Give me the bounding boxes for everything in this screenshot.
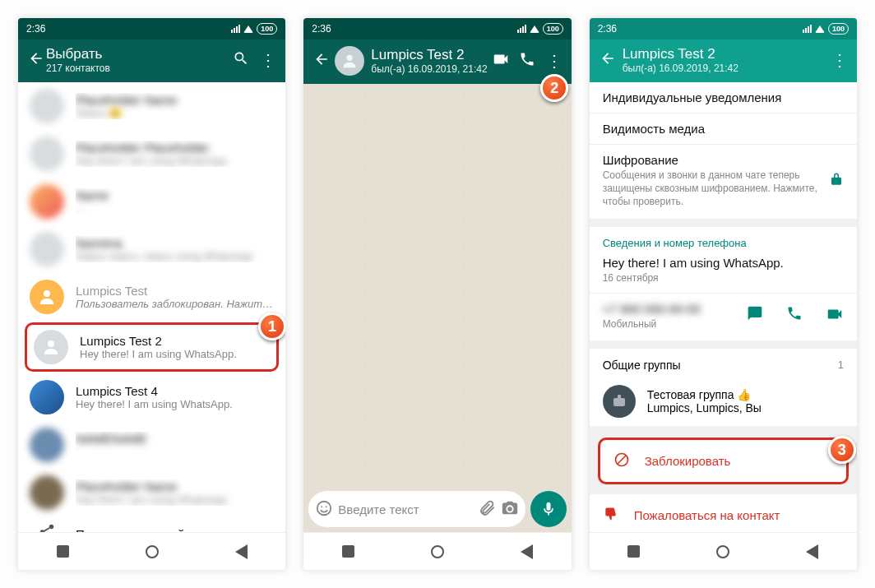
home-button[interactable]	[716, 545, 729, 558]
info-last-seen: был(-а) 16.09.2019, 21:42	[623, 63, 826, 74]
custom-notifications[interactable]: Индивидуальные уведомления	[603, 90, 844, 104]
chat-header[interactable]: Lumpics Test 2 был(-а) 16.09.2019, 21:42…	[303, 39, 571, 84]
svg-point-1	[48, 340, 54, 347]
group-row[interactable]: Тестовая группа 👍 Lumpics, Lumpics, Вы	[590, 377, 857, 426]
svg-point-8	[317, 501, 331, 515]
contact-status: Hey there! I am using WhatsApp.	[80, 348, 270, 360]
group-avatar	[603, 385, 636, 418]
home-button[interactable]	[146, 545, 159, 558]
attach-icon[interactable]	[478, 499, 496, 520]
contact-lumpics-test-2[interactable]: Lumpics Test 2 Hey there! I am using Wha…	[25, 322, 279, 372]
search-button[interactable]	[228, 50, 254, 71]
block-label: Заблокировать	[645, 454, 731, 468]
battery-icon: 100	[828, 23, 849, 35]
input-bar: Введите текст	[303, 486, 571, 532]
chat-last-seen: был(-а) 16.09.2019, 21:42	[371, 63, 487, 75]
info-title: Lumpics Test 2	[623, 46, 826, 63]
groups-count: 1	[838, 359, 844, 371]
back-nav-button[interactable]	[521, 544, 533, 559]
list-item[interactable]: Placeholder NameHey there I am using Wha…	[18, 469, 285, 516]
block-icon	[613, 451, 630, 470]
battery-icon: 100	[257, 23, 277, 35]
page-title: Выбрать	[46, 46, 228, 63]
statusbar: 2:36 100	[18, 18, 285, 39]
svg-point-9	[322, 506, 323, 507]
message-icon[interactable]	[747, 305, 763, 327]
android-navbar	[18, 532, 285, 570]
back-button[interactable]	[26, 50, 46, 71]
call-icon[interactable]	[786, 305, 803, 327]
svg-rect-12	[618, 395, 621, 400]
list-item[interactable]: NamenaStatus status; status using WhatsA…	[18, 225, 285, 273]
svg-point-2	[49, 525, 54, 530]
emoji-icon[interactable]	[315, 499, 333, 520]
contact-status: Hey there! I am using WhatsApp.	[76, 398, 274, 410]
invite-friends[interactable]: Пригласить друзей	[18, 516, 285, 532]
statusbar: 2:36 100	[590, 18, 857, 39]
message-input[interactable]: Введите текст	[308, 491, 525, 527]
clock: 2:36	[312, 23, 331, 35]
contact-lumpics-test[interactable]: Lumpics Test Пользователь заблокирован. …	[18, 273, 285, 321]
list-item[interactable]: Name...	[18, 178, 285, 225]
back-nav-button[interactable]	[806, 544, 818, 559]
android-navbar	[303, 532, 571, 570]
contact-status: Пользователь заблокирован. Нажите, ч…	[76, 298, 274, 310]
screen-contact-info: 2:36 100 Lumpics Test 2 был(-а) 16.09.20…	[590, 18, 857, 570]
header: Выбрать 217 контактов ⋮	[18, 39, 285, 82]
android-navbar	[590, 532, 857, 570]
media-visibility[interactable]: Видимость медиа	[603, 122, 844, 136]
svg-point-7	[347, 55, 353, 61]
info-header: Lumpics Test 2 был(-а) 16.09.2019, 21:42…	[590, 39, 857, 82]
menu-button[interactable]: ⋮	[826, 50, 852, 70]
contacts-count: 217 контактов	[46, 63, 228, 74]
report-button[interactable]: Пожаловаться на контакт	[590, 494, 857, 532]
svg-line-14	[618, 456, 626, 464]
report-label: Пожаловаться на контакт	[634, 508, 780, 522]
wifi-icon	[530, 25, 539, 33]
avatar	[34, 330, 68, 364]
signal-icon	[803, 25, 812, 33]
recent-apps-button[interactable]	[57, 545, 69, 558]
block-button[interactable]: Заблокировать	[598, 438, 849, 484]
about-text: Hey there! I am using WhatsApp.	[603, 256, 844, 270]
contacts-list[interactable]: Placeholder NameStatus 😊 Placeholder Pla…	[18, 82, 285, 532]
menu-button[interactable]: ⋮	[540, 51, 567, 71]
svg-point-10	[326, 506, 327, 507]
chat-area[interactable]	[303, 84, 571, 486]
signal-icon	[517, 25, 526, 33]
chat-title: Lumpics Test 2	[371, 47, 487, 63]
menu-button[interactable]: ⋮	[254, 50, 280, 70]
video-call-button[interactable]	[488, 50, 514, 72]
svg-point-0	[44, 290, 50, 297]
contact-lumpics-test-4[interactable]: Lumpics Test 4 Hey there! I am using Wha…	[18, 373, 285, 421]
signal-icon	[231, 25, 240, 33]
wifi-icon	[243, 25, 253, 33]
list-item[interactable]: NAMENAME	[18, 421, 285, 469]
back-button[interactable]	[312, 51, 331, 72]
encryption-row[interactable]: Шифрование Сообщения и звонки в данном ч…	[603, 153, 844, 209]
list-item[interactable]: Placeholder NameStatus 😊	[18, 82, 285, 130]
phone-number: +7 900 000-00-00	[603, 302, 701, 316]
clock: 2:36	[26, 23, 45, 35]
about-date: 16 сентября	[603, 271, 844, 285]
voice-call-button[interactable]	[514, 51, 540, 72]
mic-button[interactable]	[530, 491, 567, 527]
camera-icon[interactable]	[501, 499, 519, 520]
phone-type: Мобильный	[603, 317, 701, 331]
contact-name: Lumpics Test 4	[76, 384, 274, 398]
info-panel[interactable]: Индивидуальные уведомления Видимость мед…	[590, 82, 857, 532]
wifi-icon	[815, 25, 825, 33]
avatar[interactable]	[335, 46, 364, 76]
battery-icon: 100	[543, 23, 563, 35]
back-nav-button[interactable]	[235, 544, 248, 559]
recent-apps-button[interactable]	[627, 545, 640, 558]
video-icon[interactable]	[826, 305, 844, 327]
list-item[interactable]: Placeholder PlaceholderHey there I am us…	[18, 130, 285, 178]
screen-chat: 2:36 100 Lumpics Test 2 был(-а) 16.09.20…	[303, 18, 571, 570]
group-members: Lumpics, Lumpics, Вы	[647, 401, 844, 414]
home-button[interactable]	[431, 545, 444, 558]
about-header: Сведения и номер телефона	[603, 237, 844, 249]
group-name: Тестовая группа 👍	[647, 388, 844, 401]
back-button[interactable]	[598, 50, 618, 71]
recent-apps-button[interactable]	[342, 545, 354, 558]
